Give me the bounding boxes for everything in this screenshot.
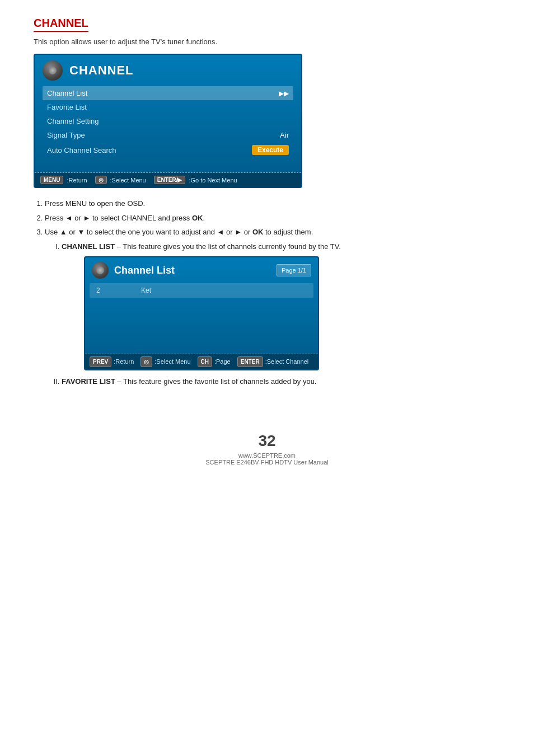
- sub-item-channel-list-title: CHANNEL LIST: [62, 242, 115, 251]
- cl-body: [85, 298, 318, 354]
- cl-footer: PREV :Return ◎ :Select Menu CH :Page ENT…: [85, 354, 318, 369]
- osd-item-channel-setting[interactable]: Channel Setting: [43, 114, 293, 128]
- cl-back-btn: PREV: [90, 356, 111, 367]
- select-icon: ◎: [95, 176, 107, 184]
- osd-item-auto-search[interactable]: Auto Channel Search Execute: [43, 142, 293, 158]
- cl-select-label: :Select Menu: [154, 357, 190, 367]
- sub-item-favorite-title: FAVORITE LIST: [62, 377, 115, 386]
- select-menu-label: :Select Menu: [110, 177, 146, 184]
- osd-item-favorite-list[interactable]: Favorite List: [43, 100, 293, 114]
- cl-select-icon: ◎: [140, 356, 152, 367]
- sub-items-list: CHANNEL LIST – This feature gives you th…: [62, 241, 500, 387]
- sub-item-favorite-desc: – This feature gives the favorite list o…: [117, 377, 316, 386]
- website: www.SCEPTRE.com: [34, 452, 500, 459]
- cl-page-btn: CH: [198, 356, 212, 367]
- instructions-list: Press MENU to open the OSD. Press ◄ or ►…: [45, 198, 500, 387]
- sub-item-favorite-list: FAVORITE LIST – This feature gives the f…: [62, 376, 500, 387]
- cl-title: Channel List: [114, 263, 175, 278]
- instruction-1: Press MENU to open the OSD.: [45, 198, 500, 209]
- osd-item-value-arrows: ▶▶: [279, 90, 289, 97]
- osd-title: CHANNEL: [69, 63, 134, 78]
- cl-back-label: :Return: [114, 357, 134, 367]
- next-button: ENTER/▶: [154, 176, 186, 184]
- intro-text: This option allows user to adjust the TV…: [34, 37, 500, 46]
- instruction-2: Press ◄ or ► to select CHANNEL and press…: [45, 213, 500, 224]
- osd-item-signal-type[interactable]: Signal Type Air: [43, 128, 293, 142]
- cl-page-label: :Page: [214, 357, 231, 367]
- channel-list-panel: Channel List Page 1/1 2 Ket PREV :Return…: [84, 256, 319, 370]
- osd-item-label: Favorite List: [47, 103, 87, 111]
- cl-icon: [92, 262, 109, 279]
- cl-col-name: Ket: [141, 285, 175, 295]
- page-number: 32: [34, 432, 500, 450]
- instruction-3: Use ▲ or ▼ to select the one you want to…: [45, 227, 500, 387]
- sub-item-channel-list: CHANNEL LIST – This feature gives you th…: [62, 241, 500, 371]
- page-title: CHANNEL: [34, 17, 88, 32]
- next-menu-label: :Go to Next Menu: [189, 177, 237, 184]
- cl-enter-label: :Select Channel: [265, 357, 309, 367]
- page-footer: 32 www.SCEPTRE.com SCEPTRE E246BV-FHD HD…: [34, 432, 500, 466]
- sub-item-channel-list-desc: – This feature gives you the list of cha…: [117, 242, 341, 251]
- cl-col-number: 2: [96, 285, 130, 295]
- manual-name: SCEPTRE E246BV-FHD HDTV User Manual: [34, 459, 500, 466]
- osd-item-label: Channel List: [47, 89, 87, 97]
- cl-enter-btn: ENTER: [237, 356, 263, 367]
- osd-icon: [43, 60, 63, 81]
- osd-item-label: Channel Setting: [47, 117, 99, 125]
- osd-item-channel-list[interactable]: Channel List ▶▶: [43, 86, 293, 100]
- cl-page-badge: Page 1/1: [277, 264, 311, 277]
- osd-item-value-air: Air: [280, 131, 289, 139]
- menu-button: MENU: [40, 176, 63, 184]
- return-label: :Return: [67, 177, 87, 184]
- osd-item-label: Auto Channel Search: [47, 146, 116, 154]
- osd-footer: MENU :Return ◎ :Select Menu ENTER/▶ :Go …: [35, 172, 301, 187]
- execute-button[interactable]: Execute: [252, 145, 289, 155]
- osd-item-label: Signal Type: [47, 131, 85, 139]
- osd-panel: CHANNEL Channel List ▶▶ Favorite List Ch…: [34, 54, 302, 188]
